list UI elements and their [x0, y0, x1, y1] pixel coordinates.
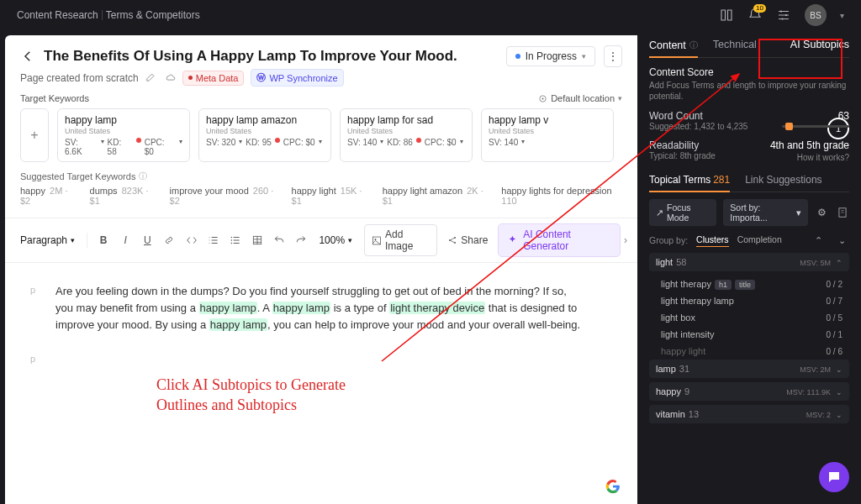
term-item[interactable]: light intensity0 / 1 [649, 326, 849, 343]
readability-value: 4th and 5th grade [770, 139, 849, 151]
term-item[interactable]: light therapyh1title0 / 2 [649, 276, 849, 292]
svg-point-4 [542, 97, 544, 99]
term-item[interactable]: light therapy lamp0 / 7 [649, 292, 849, 309]
block-type-label: Paragraph [20, 234, 67, 246]
keyword-card[interactable]: happy lamp vUnited States SV: 140▾ [481, 108, 614, 162]
status-label: In Progress [526, 50, 577, 62]
tab-ai-subtopics[interactable]: AI Subtopics [790, 39, 849, 50]
breadcrumb-sep [102, 10, 103, 20]
highlight-term: happy lamp [199, 302, 257, 314]
avatar-chevron-icon[interactable]: ▾ [840, 11, 844, 20]
term-item[interactable]: happy light0 / 6 [649, 343, 849, 360]
meta-data-label: Meta Data [196, 73, 239, 83]
tab-technical[interactable]: Technical [713, 39, 757, 50]
page-title: The Benefits Of Using A Happy Lamp To Im… [44, 48, 457, 65]
breadcrumb-b[interactable]: Terms & Competitors [106, 9, 200, 21]
how-it-works-link[interactable]: How it works? [770, 153, 849, 162]
default-location-button[interactable]: Default location ▾ [538, 93, 622, 103]
annotation-text: Click AI Subtopics to Generate Outlines … [156, 375, 587, 415]
export-icon[interactable] [836, 205, 849, 220]
suggested-keyword[interactable]: improve your mood 260 · $2 [170, 186, 278, 206]
group-by-label: Group by: [649, 235, 688, 245]
bell-icon[interactable]: 10 [747, 8, 763, 23]
suggested-keyword[interactable]: dumps 823K · $1 [90, 186, 156, 206]
back-arrow-icon[interactable] [20, 49, 35, 64]
tab-content[interactable]: Content ⓘ [649, 39, 698, 58]
suggested-keyword[interactable]: happy light amazon 2K · $1 [383, 186, 489, 206]
bold-button[interactable]: B [94, 230, 113, 250]
undo-button[interactable] [270, 230, 288, 250]
status-select[interactable]: In Progress ▾ [506, 46, 595, 66]
subtab-topical-terms[interactable]: Topical Terms281 [649, 174, 730, 192]
ai-gen-label: AI Content Generator [523, 228, 611, 252]
wp-sync-chip[interactable]: ⓦWP Synchronize [251, 69, 343, 87]
term-group[interactable]: happy9 MSV: 111.9K⌄ [649, 382, 849, 401]
breadcrumb-a[interactable]: Content Research [17, 9, 98, 21]
suggested-keyword[interactable]: happy 2M · $2 [20, 186, 77, 206]
status-dot-icon [515, 54, 520, 59]
info-icon: ⓘ [689, 39, 698, 51]
keyword-card[interactable]: happy lamp for sadUnited States SV: 140▾… [340, 108, 473, 162]
meta-data-chip[interactable]: Meta Data [182, 71, 245, 86]
google-icon[interactable] [605, 479, 621, 494]
svg-point-0 [780, 10, 782, 12]
suggested-keyword[interactable]: happy light 15K · $1 [292, 186, 369, 206]
keyword-card[interactable]: happy lampUnited States SV: 6.6K▾ KD: 58… [57, 108, 190, 162]
svg-point-11 [449, 239, 451, 241]
expand-all-icon[interactable]: ⌄ [834, 233, 849, 248]
term-item[interactable]: light box0 / 5 [649, 309, 849, 326]
doc-paragraph-1[interactable]: Are you feeling down in the dumps? Do yo… [55, 283, 587, 333]
readability-label: Readability [649, 139, 716, 151]
chevron-down-icon: ▾ [582, 52, 586, 60]
content-score-label: Content Score [649, 66, 849, 78]
edit-icon[interactable] [145, 71, 157, 85]
toolbar-next-icon[interactable]: › [624, 234, 627, 246]
settings-icon[interactable] [776, 8, 791, 23]
share-label: Share [461, 234, 488, 246]
term-group[interactable]: lamp31 MSV: 2M⌄ [649, 360, 849, 378]
table-button[interactable] [248, 230, 267, 250]
gear-icon[interactable]: ⚙ [815, 205, 828, 220]
sort-by-select[interactable]: Sort by: Importa... ▾ [723, 199, 808, 226]
add-image-label: Add Image [385, 228, 430, 252]
add-keyword-button[interactable]: + [20, 108, 49, 162]
focus-mode-button[interactable]: ↗ Focus Mode [649, 199, 716, 226]
redo-button[interactable] [292, 230, 310, 250]
term-group[interactable]: light58 MSV: 5M⌃ [649, 253, 849, 271]
paragraph-handle[interactable]: p [30, 352, 35, 366]
collapse-all-icon[interactable]: ⌃ [811, 233, 826, 248]
suggested-keyword[interactable]: happy lights for depression 110 [501, 186, 622, 206]
ul-button[interactable] [226, 230, 245, 250]
underline-button[interactable]: U [138, 230, 156, 250]
zoom-select[interactable]: 100% ▾ [314, 232, 357, 249]
highlight-term: light therapy device [389, 302, 485, 314]
more-menu-button[interactable]: ⋮ [604, 45, 622, 67]
library-icon[interactable] [719, 8, 734, 23]
cloud-icon[interactable] [164, 71, 176, 85]
ai-content-generator-button[interactable]: AI Content Generator [498, 223, 621, 257]
svg-point-1 [785, 14, 787, 16]
ol-button[interactable] [204, 230, 223, 250]
group-completion[interactable]: Completion [737, 234, 782, 246]
info-icon[interactable]: ⓘ [139, 171, 147, 182]
block-type-select[interactable]: Paragraph ▾ [15, 232, 80, 249]
term-group[interactable]: vitamin13 MSV: 2⌄ [649, 405, 849, 423]
code-button[interactable] [182, 230, 201, 250]
content-score-sub: Add Focus Terms and length to improve yo… [649, 80, 849, 102]
link-button[interactable] [160, 230, 178, 250]
keyword-card[interactable]: happy lamp amazonUnited States SV: 320▾ … [198, 108, 331, 162]
subtab-link-suggestions[interactable]: Link Suggestions [745, 174, 821, 192]
suggested-keywords-label: Suggested Target Keywords [20, 171, 135, 181]
italic-button[interactable]: I [116, 230, 135, 250]
target-keywords-label: Target Keywords [20, 93, 89, 103]
page-subtitle: Page created from scratch [20, 72, 139, 84]
terms-list: light58 MSV: 5M⌃light therapyh1title0 / … [649, 253, 849, 423]
share-button[interactable]: Share [441, 231, 494, 249]
avatar[interactable]: BS [805, 4, 827, 26]
add-image-button[interactable]: Add Image [364, 224, 437, 256]
highlight-term: happy lamp [272, 302, 330, 314]
paragraph-handle[interactable]: p [30, 283, 35, 297]
svg-point-6 [231, 239, 232, 240]
group-clusters[interactable]: Clusters [696, 234, 729, 247]
chat-fab-button[interactable] [819, 462, 849, 492]
